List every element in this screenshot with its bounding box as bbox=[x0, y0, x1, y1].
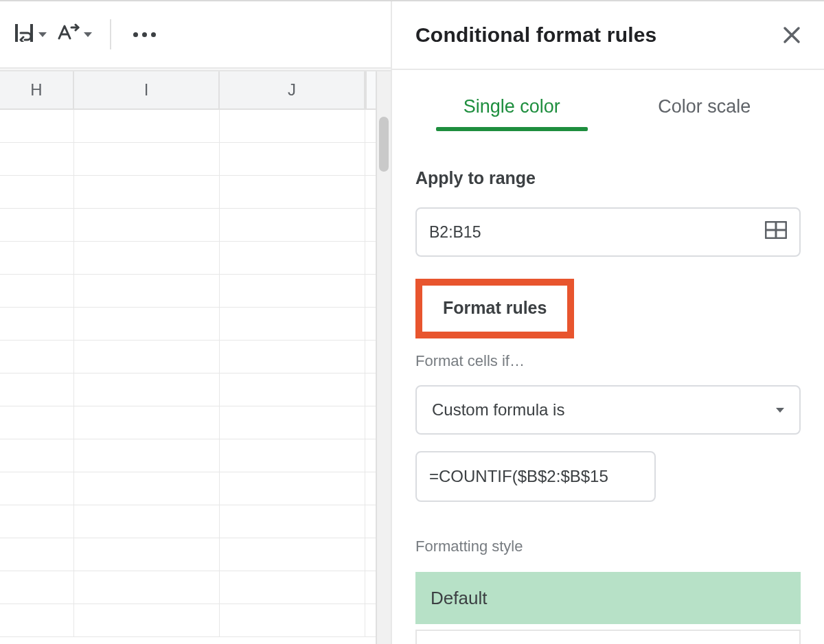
grid-cell[interactable] bbox=[365, 275, 376, 307]
grid-cell[interactable] bbox=[365, 143, 376, 175]
grid-cell[interactable] bbox=[74, 604, 220, 636]
grid-row[interactable] bbox=[0, 143, 391, 176]
grid-cell[interactable] bbox=[220, 341, 365, 373]
vertical-scrollbar-track[interactable] bbox=[376, 71, 391, 110]
grid-cell[interactable] bbox=[220, 143, 365, 175]
grid-cell[interactable] bbox=[0, 209, 74, 241]
grid-cell[interactable] bbox=[74, 373, 220, 406]
grid-row[interactable] bbox=[0, 538, 391, 571]
grid-cell[interactable] bbox=[365, 176, 376, 208]
grid-cell[interactable] bbox=[220, 176, 365, 208]
grid-row[interactable] bbox=[0, 176, 391, 209]
grid-cell[interactable] bbox=[220, 505, 365, 538]
grid-cell[interactable] bbox=[0, 406, 74, 439]
grid-cell[interactable] bbox=[0, 275, 74, 307]
column-header-i[interactable]: I bbox=[74, 71, 220, 108]
grid-cell[interactable] bbox=[74, 472, 220, 505]
grid-cell[interactable] bbox=[220, 439, 365, 472]
grid-cell[interactable] bbox=[74, 308, 220, 340]
format-condition-dropdown[interactable]: Custom formula is bbox=[415, 385, 801, 435]
grid-cell[interactable] bbox=[220, 275, 365, 307]
grid-cell[interactable] bbox=[0, 439, 74, 472]
grid-cell[interactable] bbox=[0, 472, 74, 505]
formatting-style-preview[interactable]: Default bbox=[415, 572, 801, 624]
close-panel-button[interactable] bbox=[783, 26, 801, 44]
vertical-scrollbar-thumb[interactable] bbox=[379, 117, 389, 172]
grid-row[interactable] bbox=[0, 275, 391, 308]
grid-row[interactable] bbox=[0, 110, 391, 143]
grid-cell[interactable] bbox=[365, 406, 376, 439]
grid-cell[interactable] bbox=[74, 505, 220, 538]
grid-cell[interactable] bbox=[220, 242, 365, 274]
grid-cell[interactable] bbox=[365, 505, 376, 538]
grid-cell[interactable] bbox=[74, 242, 220, 274]
grid-rows[interactable] bbox=[0, 110, 391, 637]
grid-cell[interactable] bbox=[74, 143, 220, 175]
grid-cell[interactable] bbox=[365, 308, 376, 340]
grid-cell[interactable] bbox=[365, 604, 376, 636]
grid-cell[interactable] bbox=[220, 308, 365, 340]
grid-cell[interactable] bbox=[365, 538, 376, 571]
grid-cell[interactable] bbox=[0, 604, 74, 636]
grid-row[interactable] bbox=[0, 341, 391, 373]
tab-single-color[interactable]: Single color bbox=[415, 87, 608, 130]
grid-cell[interactable] bbox=[74, 571, 220, 603]
grid-cell[interactable] bbox=[220, 209, 365, 241]
grid-cell[interactable] bbox=[74, 176, 220, 208]
vertical-scrollbar[interactable] bbox=[376, 110, 391, 644]
grid-cell[interactable] bbox=[74, 209, 220, 241]
grid-cell[interactable] bbox=[0, 538, 74, 571]
grid-cell[interactable] bbox=[220, 571, 365, 603]
grid-row[interactable] bbox=[0, 439, 391, 472]
grid-cell[interactable] bbox=[74, 439, 220, 472]
grid-cell[interactable] bbox=[365, 110, 376, 142]
more-toolbar-button[interactable] bbox=[129, 32, 160, 37]
grid-cell[interactable] bbox=[0, 373, 74, 406]
column-header-h[interactable]: H bbox=[0, 71, 74, 108]
grid-cell[interactable] bbox=[220, 406, 365, 439]
grid-row[interactable] bbox=[0, 406, 391, 439]
custom-formula-input[interactable]: =COUNTIF($B$2:$B$15 bbox=[415, 451, 656, 502]
grid-cell[interactable] bbox=[365, 209, 376, 241]
grid-cell[interactable] bbox=[0, 341, 74, 373]
grid-cell[interactable] bbox=[74, 341, 220, 373]
grid-cell[interactable] bbox=[0, 143, 74, 175]
apply-to-range-input[interactable]: B2:B15 bbox=[415, 207, 801, 257]
grid-row[interactable] bbox=[0, 604, 391, 637]
grid-cell[interactable] bbox=[220, 472, 365, 505]
grid-cell[interactable] bbox=[365, 373, 376, 406]
grid-row[interactable] bbox=[0, 505, 391, 538]
grid-cell[interactable] bbox=[0, 242, 74, 274]
grid-cell[interactable] bbox=[74, 406, 220, 439]
format-condition-value: Custom formula is bbox=[432, 400, 564, 419]
select-range-button[interactable] bbox=[765, 221, 787, 243]
spreadsheet-grid[interactable]: H I J bbox=[0, 70, 391, 644]
grid-row[interactable] bbox=[0, 209, 391, 242]
text-rotation-button[interactable] bbox=[56, 23, 92, 45]
grid-cell[interactable] bbox=[365, 242, 376, 274]
tab-color-scale[interactable]: Color scale bbox=[608, 87, 801, 130]
grid-cell[interactable] bbox=[0, 110, 74, 142]
grid-row[interactable] bbox=[0, 242, 391, 275]
grid-cell[interactable] bbox=[220, 110, 365, 142]
grid-cell[interactable] bbox=[220, 604, 365, 636]
grid-cell[interactable] bbox=[0, 176, 74, 208]
grid-cell[interactable] bbox=[365, 472, 376, 505]
grid-cell[interactable] bbox=[74, 275, 220, 307]
grid-cell[interactable] bbox=[0, 505, 74, 538]
grid-row[interactable] bbox=[0, 373, 391, 406]
grid-cell[interactable] bbox=[74, 110, 220, 142]
grid-cell[interactable] bbox=[0, 308, 74, 340]
grid-row[interactable] bbox=[0, 472, 391, 505]
grid-cell[interactable] bbox=[220, 373, 365, 406]
grid-cell[interactable] bbox=[0, 571, 74, 603]
grid-row[interactable] bbox=[0, 571, 391, 604]
grid-cell[interactable] bbox=[220, 538, 365, 571]
grid-cell[interactable] bbox=[74, 538, 220, 571]
grid-row[interactable] bbox=[0, 308, 391, 341]
grid-cell[interactable] bbox=[365, 341, 376, 373]
text-wrap-button[interactable] bbox=[14, 24, 47, 45]
grid-cell[interactable] bbox=[365, 439, 376, 472]
column-header-j[interactable]: J bbox=[220, 71, 365, 108]
grid-cell[interactable] bbox=[365, 571, 376, 603]
